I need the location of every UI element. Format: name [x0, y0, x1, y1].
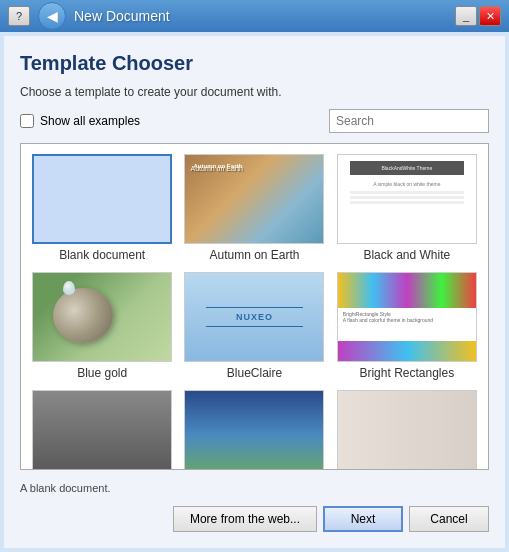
dialog-subtitle: Choose a template to create your documen… [20, 85, 489, 99]
stone-shape [53, 288, 113, 343]
template-thumb-bw: BlackAndWhite Theme A simple black on wh… [337, 154, 477, 244]
template-label-autumn: Autumn on Earth [209, 248, 299, 262]
window-controls: _ ✕ [455, 6, 501, 26]
template-label-bluegold: Blue gold [77, 366, 127, 380]
waterdrop-shape [63, 281, 75, 295]
blueclaire-preview: nuxeo [185, 273, 323, 361]
template-thumb-bright: BrightRectangle StyleA flash and colorfu… [337, 272, 477, 362]
cancel-button[interactable]: Cancel [409, 506, 489, 532]
row3b-preview [185, 391, 323, 470]
template-thumb-autumn: Autumn on Earth [184, 154, 324, 244]
template-item-row3a[interactable] [31, 390, 173, 470]
title-bar: ? ◀ New Document _ ✕ [0, 0, 509, 32]
template-label-bright: Bright Rectangles [359, 366, 454, 380]
template-thumb-blank [32, 154, 172, 244]
template-item-bw[interactable]: BlackAndWhite Theme A simple black on wh… [336, 154, 478, 262]
dialog-body: Template Chooser Choose a template to cr… [4, 36, 505, 548]
row3a-preview [33, 391, 171, 470]
blank-preview [34, 156, 170, 242]
template-item-bright[interactable]: BrightRectangle StyleA flash and colorfu… [336, 272, 478, 380]
row3c-preview [338, 391, 476, 470]
template-label-bw: Black and White [363, 248, 450, 262]
back-button[interactable]: ◀ [38, 2, 66, 30]
search-input[interactable] [329, 109, 489, 133]
bw-header: BlackAndWhite Theme [350, 161, 463, 175]
help-icon: ? [16, 10, 22, 22]
bw-preview: BlackAndWhite Theme A simple black on wh… [338, 155, 476, 243]
template-label-blueclaire: BlueClaire [227, 366, 282, 380]
show-all-text: Show all examples [40, 114, 140, 128]
template-thumb-row3b [184, 390, 324, 470]
template-item-autumn[interactable]: Autumn on Earth Autumn on Earth [183, 154, 325, 262]
window-title: New Document [74, 8, 170, 24]
back-icon: ◀ [47, 8, 58, 24]
template-item-bluegold[interactable]: Blue gold [31, 272, 173, 380]
next-button[interactable]: Next [323, 506, 403, 532]
close-button[interactable]: ✕ [479, 6, 501, 26]
template-grid-container[interactable]: Blank document Autumn on Earth Autumn on… [20, 143, 489, 470]
template-item-blueclaire[interactable]: nuxeo BlueClaire [183, 272, 325, 380]
show-all-checkbox[interactable] [20, 114, 34, 128]
minimize-button[interactable]: _ [455, 6, 477, 26]
status-text: A blank document. [20, 482, 111, 494]
template-item-blank[interactable]: Blank document [31, 154, 173, 262]
template-grid: Blank document Autumn on Earth Autumn on… [21, 144, 488, 470]
toolbar: Show all examples [20, 109, 489, 133]
template-thumb-blueclaire: nuxeo [184, 272, 324, 362]
bluegold-preview [33, 273, 171, 361]
dialog-title: Template Chooser [20, 52, 489, 75]
status-bar: A blank document. [20, 480, 489, 496]
button-bar: More from the web... Next Cancel [20, 506, 489, 532]
help-button[interactable]: ? [8, 6, 30, 26]
template-thumb-row3c [337, 390, 477, 470]
autumn-preview: Autumn on Earth [185, 155, 323, 243]
template-label-blank: Blank document [59, 248, 145, 262]
bright-preview: BrightRectangle StyleA flash and colorfu… [338, 273, 476, 361]
template-thumb-bluegold [32, 272, 172, 362]
show-all-label[interactable]: Show all examples [20, 114, 140, 128]
template-thumb-row3a [32, 390, 172, 470]
more-from-web-button[interactable]: More from the web... [173, 506, 317, 532]
template-item-row3b[interactable] [183, 390, 325, 470]
template-item-row3c[interactable] [336, 390, 478, 470]
